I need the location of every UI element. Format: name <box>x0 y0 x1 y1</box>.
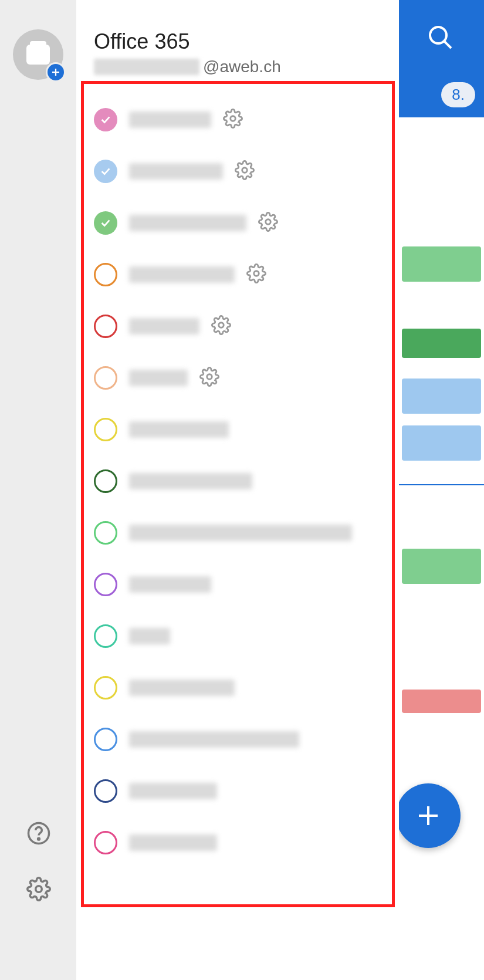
calendar-name-redacted <box>129 370 188 386</box>
svg-point-10 <box>242 168 248 173</box>
gear-icon[interactable] <box>246 263 268 286</box>
calendar-item[interactable] <box>76 146 399 197</box>
settings-icon[interactable] <box>26 877 51 904</box>
account-email: @aweb.ch <box>94 58 381 76</box>
calendar-list <box>76 88 399 880</box>
account-title: Office 365 <box>94 29 381 54</box>
calendar-name-redacted <box>129 628 170 644</box>
calendar-name-redacted <box>129 163 223 180</box>
calendar-name-redacted <box>129 834 217 851</box>
gear-icon[interactable] <box>258 212 279 234</box>
calendar-name-redacted <box>129 680 235 696</box>
calendar-color-toggle[interactable] <box>94 624 117 648</box>
calendar-item[interactable] <box>76 765 399 817</box>
svg-point-0 <box>430 27 446 43</box>
svg-point-8 <box>36 886 42 893</box>
calendar-item[interactable] <box>76 94 399 146</box>
gear-icon[interactable] <box>199 367 221 389</box>
svg-point-9 <box>231 116 236 121</box>
calendar-item[interactable] <box>76 507 399 559</box>
svg-point-14 <box>207 374 212 380</box>
help-icon[interactable] <box>26 821 51 848</box>
calendar-item[interactable] <box>76 662 399 714</box>
current-time-indicator <box>399 484 484 485</box>
calendar-name-redacted <box>129 215 246 231</box>
calendar-name-redacted <box>129 421 229 438</box>
calendar-color-toggle[interactable] <box>94 263 117 286</box>
calendar-name-redacted <box>129 576 211 593</box>
add-account-badge[interactable] <box>46 62 66 82</box>
calendar-color-toggle[interactable] <box>94 521 117 545</box>
account-header[interactable]: Office 365 @aweb.ch <box>76 0 399 88</box>
calendar-color-toggle[interactable] <box>94 418 117 441</box>
calendar-event[interactable] <box>402 690 481 713</box>
calendar-event[interactable] <box>402 329 481 358</box>
calendar-color-toggle[interactable] <box>94 573 117 596</box>
calendar-item[interactable] <box>76 300 399 352</box>
calendar-name-redacted <box>129 111 211 128</box>
add-event-button[interactable] <box>396 783 461 848</box>
calendar-color-toggle[interactable] <box>94 779 117 803</box>
gear-icon[interactable] <box>223 109 244 131</box>
calendar-item[interactable] <box>76 559 399 610</box>
calendar-item[interactable] <box>76 197 399 249</box>
svg-point-7 <box>38 838 40 840</box>
calendar-color-toggle[interactable] <box>94 211 117 235</box>
gear-icon[interactable] <box>211 315 232 337</box>
left-rail <box>0 0 76 980</box>
calendar-grid <box>399 117 484 980</box>
calendar-color-toggle[interactable] <box>94 160 117 183</box>
calendar-sidebar-panel: Office 365 @aweb.ch <box>76 0 399 980</box>
svg-line-1 <box>444 41 451 48</box>
calendar-item[interactable] <box>76 455 399 507</box>
calendar-item[interactable] <box>76 610 399 662</box>
svg-point-12 <box>254 271 259 276</box>
gear-icon[interactable] <box>235 160 256 183</box>
calendar-event[interactable] <box>402 425 481 461</box>
calendar-event[interactable] <box>402 246 481 282</box>
account-avatar[interactable] <box>13 29 63 80</box>
calendar-event[interactable] <box>402 379 481 414</box>
calendar-color-toggle[interactable] <box>94 728 117 751</box>
calendar-item[interactable] <box>76 249 399 300</box>
calendar-color-toggle[interactable] <box>94 366 117 390</box>
svg-point-11 <box>266 219 271 225</box>
calendar-item[interactable] <box>76 817 399 869</box>
search-icon[interactable] <box>427 23 455 54</box>
calendar-item[interactable] <box>76 352 399 404</box>
calendar-item[interactable] <box>76 404 399 455</box>
email-local-redacted <box>94 59 199 75</box>
email-domain: @aweb.ch <box>203 58 281 76</box>
date-badge[interactable]: 8. <box>441 82 475 107</box>
calendar-event[interactable] <box>402 549 481 584</box>
calendar-name-redacted <box>129 731 299 748</box>
calendar-color-toggle[interactable] <box>94 108 117 131</box>
calendar-color-toggle[interactable] <box>94 315 117 338</box>
calendar-name-redacted <box>129 473 252 489</box>
calendar-name-redacted <box>129 525 352 541</box>
calendar-color-toggle[interactable] <box>94 831 117 854</box>
calendar-name-redacted <box>129 266 235 283</box>
calendar-color-toggle[interactable] <box>94 676 117 699</box>
calendar-color-toggle[interactable] <box>94 469 117 493</box>
calendar-name-redacted <box>129 783 217 799</box>
svg-point-13 <box>219 323 224 328</box>
calendar-item[interactable] <box>76 714 399 765</box>
calendar-name-redacted <box>129 318 199 334</box>
